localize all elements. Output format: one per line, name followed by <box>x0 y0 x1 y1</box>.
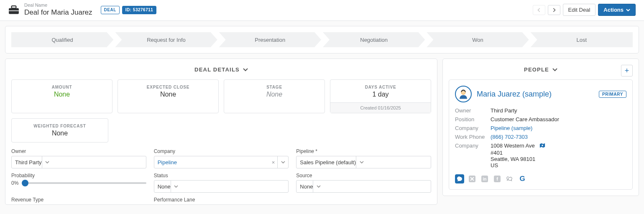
field-pipeline: Pipeline * Sales Pipeline (default) <box>296 148 431 168</box>
chevron-down-icon <box>317 185 321 188</box>
pipeline-select[interactable]: Sales Pipeline (default) <box>296 156 431 168</box>
slider-knob[interactable] <box>22 180 28 186</box>
owner-value: Third Party <box>15 159 42 166</box>
person-card: Maria Juarez (sample) PRIMARY Owner Thir… <box>449 79 633 190</box>
revenue-type-label: Revenue Type <box>11 197 146 203</box>
kv-position-v: Customer Care Ambassador <box>491 116 626 122</box>
status-dropdown[interactable] <box>171 181 181 192</box>
kv-company-k: Company <box>455 125 491 131</box>
person-fields: Owner Third Party Position Customer Care… <box>455 107 626 168</box>
people-header[interactable]: PEOPLE <box>449 66 633 73</box>
field-source: Source None <box>296 173 431 193</box>
chat-icon[interactable] <box>505 174 514 183</box>
tile-days-value: 1 day <box>334 91 427 98</box>
tile-days-active: DAYS ACTIVE 1 day Created 01/16/2025 <box>330 79 431 113</box>
stage-bar: Qualified Request for Info Presentation … <box>5 26 639 54</box>
people-title: PEOPLE <box>524 66 549 73</box>
person-name-link[interactable]: Maria Juarez (sample) <box>477 90 552 99</box>
caret-down-icon <box>626 9 630 11</box>
source-select[interactable]: None <box>296 180 431 193</box>
svg-point-5 <box>542 145 544 146</box>
svg-text:f: f <box>496 176 498 181</box>
kv-position-k: Position <box>455 116 491 122</box>
performance-lane-label: Performance Lane <box>154 197 289 203</box>
addr-line4: US <box>491 162 498 168</box>
deal-details-header[interactable]: DEAL DETAILS <box>11 66 431 73</box>
pipeline-dropdown[interactable] <box>356 156 367 168</box>
field-owner: Owner Third Party <box>11 148 146 168</box>
kv-phone-v[interactable]: (866) 702-7303 <box>491 134 626 140</box>
chevron-down-icon <box>174 185 178 188</box>
addr-line1: 1008 Western Ave <box>491 143 535 149</box>
status-select[interactable]: None <box>154 180 289 193</box>
deal-name-label: Deal Name <box>24 3 92 8</box>
primary-badge: PRIMARY <box>599 91 626 98</box>
chevron-down-icon <box>552 67 557 72</box>
chevron-down-icon <box>243 67 248 72</box>
source-value: None <box>300 183 313 190</box>
tile-days-title: DAYS ACTIVE <box>334 85 427 89</box>
svg-rect-0 <box>9 8 19 14</box>
field-performance-lane: Performance Lane <box>154 197 289 204</box>
svg-rect-2 <box>9 10 19 11</box>
tile-stage-value: None <box>227 91 321 98</box>
stage-request[interactable]: Request for Info <box>115 32 217 47</box>
map-icon[interactable] <box>539 143 545 150</box>
linkedin-icon[interactable]: in <box>480 174 489 183</box>
kv-address-k: Company <box>455 143 491 168</box>
person-avatar-icon <box>458 89 469 99</box>
people-panel: PEOPLE + Maria Juarez (sample) PR <box>442 59 639 196</box>
probability-value: 0% <box>11 180 18 186</box>
kv-owner-v: Third Party <box>491 107 626 114</box>
stage-won[interactable]: Won <box>427 32 529 47</box>
field-revenue-type: Revenue Type <box>11 197 146 204</box>
tile-stage-title: STAGE <box>227 85 321 89</box>
deal-header: Deal Name Deal for Maria Juarez DEAL ID:… <box>0 0 644 21</box>
svg-text:in: in <box>483 177 487 181</box>
edit-deal-button[interactable]: Edit Deal <box>563 4 596 16</box>
company-dropdown[interactable] <box>277 156 288 168</box>
probability-slider[interactable] <box>23 182 146 184</box>
addr-line2: #401 <box>491 150 503 156</box>
pipeline-value: Sales Pipeline (default) <box>300 159 356 166</box>
company-clear[interactable]: × <box>269 159 278 166</box>
deal-form: Owner Third Party Company Pipeline × Pip… <box>11 148 431 204</box>
tile-amount-value: None <box>15 91 109 98</box>
stage-qualified[interactable]: Qualified <box>11 32 113 47</box>
deal-type-badge: DEAL <box>101 6 120 14</box>
field-probability: Probability 0% <box>11 173 146 193</box>
tile-expected-close: EXPECTED CLOSE None <box>118 79 219 113</box>
prev-button[interactable] <box>533 5 545 15</box>
stage-negotiation[interactable]: Negotiation <box>323 32 425 47</box>
company-select[interactable]: Pipeline × <box>154 156 289 168</box>
tile-amount-title: AMOUNT <box>15 85 109 89</box>
pipeline-label: Pipeline * <box>296 148 431 154</box>
avatar <box>455 86 472 102</box>
sms-icon[interactable] <box>455 174 464 183</box>
field-status: Status None <box>154 173 289 193</box>
tile-weighted-title: WEIGHTED FORECAST <box>15 124 105 128</box>
next-button[interactable] <box>548 5 560 15</box>
owner-select[interactable]: Third Party <box>11 156 146 168</box>
facebook-icon[interactable]: f <box>493 174 502 183</box>
deal-details-title: DEAL DETAILS <box>194 66 240 73</box>
kv-company-v[interactable]: Pipeline (sample) <box>491 125 626 131</box>
actions-label: Actions <box>603 7 624 13</box>
stage-presentation[interactable]: Presentation <box>219 32 321 47</box>
deal-id-badge: ID: 53276711 <box>122 6 157 14</box>
actions-button[interactable]: Actions <box>598 4 636 16</box>
tile-expected-value: None <box>121 91 215 98</box>
chevron-right-icon <box>552 8 556 12</box>
status-value: None <box>158 183 171 190</box>
stage-lost[interactable]: Lost <box>531 32 633 47</box>
status-label: Status <box>154 173 289 178</box>
social-row: in f G <box>455 174 626 183</box>
owner-dropdown[interactable] <box>42 156 53 168</box>
field-company: Company Pipeline × <box>154 148 289 168</box>
deal-details-panel: DEAL DETAILS AMOUNT None EXPECTED CLOSE … <box>5 59 437 205</box>
google-icon[interactable]: G <box>518 174 527 183</box>
source-dropdown[interactable] <box>313 181 324 192</box>
source-label: Source <box>296 173 431 178</box>
x-icon[interactable] <box>468 174 477 183</box>
add-person-button[interactable]: + <box>621 65 633 76</box>
